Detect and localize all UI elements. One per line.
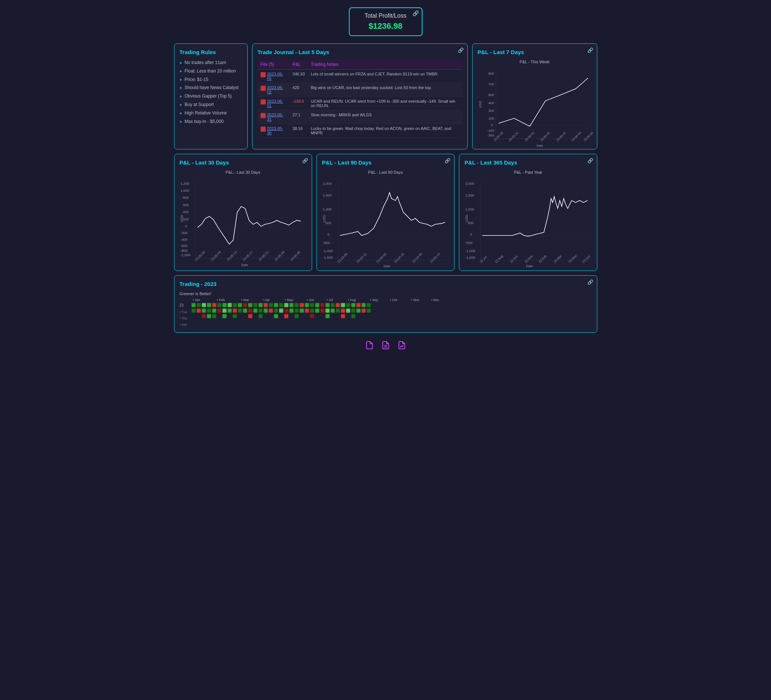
footer-journal-icon[interactable] [381,341,390,352]
svg-text:1,500: 1,500 [465,193,474,197]
journal-table: File (5) P&L Trading Notes 2023-06-05346… [258,60,462,138]
svg-text:1,000: 1,000 [181,189,190,192]
cal-day [238,303,242,307]
cal-day [202,303,206,307]
cal-day [346,308,350,313]
svg-text:2,000: 2,000 [323,181,332,185]
trading-rules-title: Trading Rules [180,49,242,55]
pnl-90days-svg: 2,000 1,500 1,000 500 0 -500 -1,000 -1,5… [322,177,449,264]
cal-day [434,303,438,307]
cal-day [454,314,459,318]
svg-text:500: 500 [325,221,331,225]
svg-text:-1,000: -1,000 [323,249,333,253]
svg-text:USD: USD [179,215,183,222]
rule-item: Max buy-in - $5,000 [180,119,242,125]
pnl-90days-chart-title: P&L - Last 90 Days [322,170,449,174]
pnl30-link-icon[interactable]: 🔗 [302,158,308,163]
cal-day [382,303,386,307]
svg-text:22 Aug: 22 Aug [494,254,504,264]
col-file: File (5) [258,60,290,70]
col-notes: Trading Notes [307,60,462,70]
svg-text:1,000: 1,000 [323,207,332,211]
svg-text:400: 400 [488,101,494,105]
cal-day [315,308,319,313]
cal-day [408,303,412,307]
date-link[interactable]: 2023-06-02 [267,85,287,94]
cal-day [212,308,216,313]
cal-day [259,314,263,318]
cal-day [228,303,232,307]
svg-text:-100: -100 [487,129,494,132]
svg-text:23-05-13: 23-05-13 [429,252,441,264]
rule-item: Price: $1-15 [180,77,242,83]
trading-rules-list: No trades after 11am Float: Less than 20… [180,60,242,124]
pnl-365days-chart-title: P&L - Past Year [464,170,591,174]
cal-day [439,303,443,307]
cal-day [423,314,428,318]
date-link[interactable]: 2023-06-01 [267,99,287,108]
svg-text:23-06-08: 23-06-08 [289,250,301,262]
total-pnl-title: Total Profit/Loss [364,13,407,19]
cal-day [449,308,454,313]
date-link[interactable]: 2023-05-31 [267,112,287,122]
cal-day [361,308,366,313]
footer-file-icon[interactable] [365,341,374,352]
pnl365-link-icon[interactable]: 🔗 [587,158,593,163]
cal-day [217,308,221,313]
svg-text:USD: USD [322,215,326,222]
svg-text:23-06-05: 23-06-05 [583,131,594,142]
total-pnl-link-icon[interactable]: 🔗 [413,10,419,16]
cal-day [336,314,340,318]
svg-text:-1,500: -1,500 [465,256,475,259]
svg-text:23 May: 23 May [568,254,578,264]
cal-day [330,308,335,313]
svg-text:23 Mar: 23 Mar [553,254,563,264]
cal-day [444,303,448,307]
date-link[interactable]: 2023-06-05 [267,72,287,81]
month-sep: • Sep [370,298,389,302]
cal-day [377,314,381,318]
cal-day [408,308,412,313]
date-link[interactable]: 2023-05-30 [267,126,287,135]
footer-icons [174,337,597,355]
notes-cell: Lucky to be green. Mad chop today. Red o… [307,124,462,138]
month-may: • May [285,298,306,302]
cal-day [408,314,412,318]
svg-text:0: 0 [470,232,472,236]
pnl-cell: 346.93 [290,70,308,83]
cal-day [325,314,330,318]
svg-text:22 Oct: 22 Oct [509,254,519,264]
svg-text:400: 400 [182,210,189,214]
svg-text:300: 300 [488,109,494,112]
journal-link-icon[interactable]: 🔗 [458,47,464,53]
trade-journal-card: Trade Journal - Last 5 Days 🔗 File (5) P… [252,44,468,150]
cal-day [191,314,196,318]
svg-text:-500: -500 [465,241,473,245]
cal-day [274,308,278,313]
month-jan: • Jan [193,298,216,302]
pnl7-link-icon[interactable]: 🔗 [587,47,593,53]
cal-day [217,303,221,307]
footer-chart-icon[interactable] [397,341,406,352]
pnl90-link-icon[interactable]: 🔗 [444,158,451,163]
cal-day [449,303,454,307]
cal-day [284,303,288,307]
cal-day [197,308,201,313]
svg-text:-600: -600 [181,244,188,248]
cal-day [428,314,433,318]
notes-cell: Lots of small winners on FRZA and CJET. … [307,70,462,83]
svg-text:500: 500 [468,221,474,225]
cal-day [397,303,402,307]
trading2023-link-icon[interactable]: 🔗 [587,279,593,285]
cal-day [259,308,263,313]
cal-day [387,314,392,318]
cal-day [356,303,361,307]
date-cell: 2023-05-31 [258,111,290,124]
svg-text:2,000: 2,000 [465,181,474,185]
svg-text:23-05-21: 23-05-21 [258,250,269,262]
table-row: 2023-06-01-138.6UCAR and REUN. UCAR went… [258,97,462,111]
pnl-90days-chart: 2,000 1,500 1,000 500 0 -500 -1,000 -1,5… [322,177,449,265]
cal-day [259,303,263,307]
cal-rows-container [191,303,459,318]
cal-day [413,314,417,318]
